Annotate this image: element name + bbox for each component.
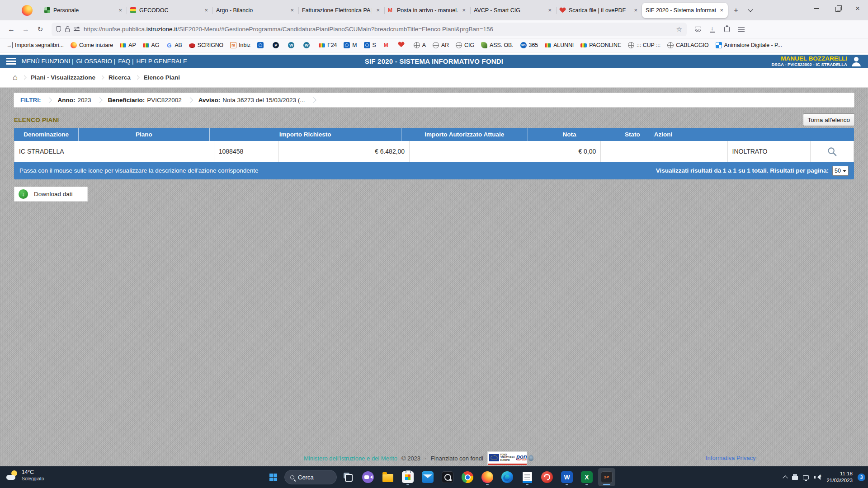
- torna-allelenco-button[interactable]: Torna all'elenco: [803, 113, 855, 126]
- window-minimize-button[interactable]: [806, 0, 826, 17]
- forward-button[interactable]: [19, 23, 33, 36]
- browser-tab[interactable]: SIF 2020 - Sistema Informativo F: [642, 3, 728, 18]
- new-tab-button[interactable]: [730, 4, 742, 17]
- tab-list-dropdown-icon[interactable]: [744, 4, 757, 17]
- bookmark-item[interactable]: AG: [143, 42, 160, 48]
- bookmark-item[interactable]: SCRIGNO: [189, 42, 223, 48]
- bookmark-item[interactable]: F24: [319, 42, 337, 48]
- browser-tab[interactable]: GECODOC: [127, 3, 212, 18]
- reload-button[interactable]: [33, 23, 47, 36]
- tab-close-icon[interactable]: [719, 7, 724, 14]
- extensions-icon[interactable]: [724, 27, 730, 32]
- app-menu-link[interactable]: FAQ: [118, 58, 133, 65]
- back-button[interactable]: [5, 23, 18, 36]
- tab-close-icon[interactable]: [118, 7, 123, 14]
- bookmark-item[interactable]: CABLAGGIO: [667, 42, 708, 48]
- user-info[interactable]: MANUEL BOZZARELLI DSGA - PVIC822002 - IC…: [771, 55, 847, 67]
- bookmark-item[interactable]: AP: [120, 42, 136, 48]
- taskbar-search[interactable]: Cerca: [284, 470, 337, 484]
- network-tray-icon[interactable]: [803, 475, 809, 479]
- bookmark-item[interactable]: [288, 42, 297, 48]
- taskbar-app-icon[interactable]: [519, 468, 536, 486]
- browser-tab[interactable]: AVCP - Smart CIG: [470, 3, 556, 18]
- bookmark-item[interactable]: 365: [520, 42, 538, 48]
- notification-badge[interactable]: 3: [858, 474, 865, 481]
- breadcrumb-item[interactable]: Elenco Piani: [136, 74, 180, 81]
- downloads-icon[interactable]: [709, 26, 716, 33]
- tab-close-icon[interactable]: [289, 7, 295, 14]
- taskbar-app-icon[interactable]: [359, 468, 377, 486]
- taskbar-app-icon[interactable]: [399, 468, 416, 486]
- browser-tab[interactable]: Fatturazione Elettronica PA | Esit: [298, 3, 384, 18]
- menu-hamburger-icon[interactable]: [6, 58, 16, 65]
- download-dati-button[interactable]: Download dati: [14, 187, 88, 202]
- bookmark-item[interactable]: [303, 42, 312, 48]
- bookmark-item[interactable]: AB: [166, 42, 182, 48]
- taskbar-clock[interactable]: 11:18 21/03/2023: [826, 470, 853, 484]
- bookmark-item[interactable]: ASS. OB.: [481, 42, 514, 48]
- app-glyph: [601, 471, 613, 483]
- taskbar-app-icon[interactable]: [479, 468, 496, 486]
- magnifier-action-icon[interactable]: [827, 146, 837, 157]
- bookmark-item[interactable]: Inbiz: [230, 42, 250, 48]
- permissions-icon[interactable]: [74, 27, 80, 31]
- bookmark-item[interactable]: Importa segnalibri...: [6, 42, 64, 48]
- bookmark-item[interactable]: CIG: [456, 42, 474, 48]
- taskbar-app-icon[interactable]: [459, 468, 476, 486]
- tab-close-icon[interactable]: [203, 7, 209, 14]
- lock-icon[interactable]: [65, 28, 70, 32]
- taskbar-app-icon[interactable]: [340, 468, 357, 486]
- browser-tab[interactable]: Argo - Bilancio: [212, 3, 298, 18]
- taskbar-app-icon[interactable]: [578, 468, 595, 486]
- results-per-page-select[interactable]: 50: [832, 166, 849, 176]
- url-bar[interactable]: https://nuofse.pubblica.istruzione.it/SI…: [52, 23, 687, 36]
- bookmark-star-icon[interactable]: [676, 25, 682, 33]
- bookmark-item[interactable]: PAGONLINE: [580, 42, 621, 48]
- browser-tab[interactable]: Personale: [41, 3, 127, 18]
- bookmark-item[interactable]: Animatore Digitale - P...: [716, 42, 782, 48]
- bookmark-item[interactable]: S: [364, 42, 376, 48]
- browser-tab[interactable]: Scarica file | iLovePDF: [556, 3, 642, 18]
- bookmark-item[interactable]: [257, 42, 266, 48]
- ministry-link[interactable]: Ministero dell'Istruzione e del Merito: [304, 455, 397, 462]
- printer-tray-icon[interactable]: [792, 476, 798, 480]
- tab-close-icon[interactable]: [461, 7, 467, 14]
- breadcrumb-item[interactable]: Ricerca: [100, 74, 131, 81]
- taskbar-app-icon[interactable]: [538, 468, 556, 486]
- bookmark-item[interactable]: [273, 42, 281, 48]
- home-icon[interactable]: [13, 73, 18, 82]
- app-menu-link[interactable]: HELP GENERALE: [137, 58, 187, 65]
- volume-muted-icon[interactable]: [814, 474, 821, 480]
- bookmark-item[interactable]: [398, 42, 407, 48]
- taskbar-app-icon[interactable]: [379, 468, 396, 486]
- taskbar-app-icon[interactable]: [419, 468, 436, 486]
- privacy-link[interactable]: Informativa Privacy: [706, 455, 756, 461]
- browser-menu-icon[interactable]: [738, 27, 745, 32]
- weather-widget[interactable]: 14°C Soleggiato: [6, 469, 44, 482]
- start-button[interactable]: [264, 468, 282, 486]
- bookmark-item[interactable]: [383, 42, 392, 48]
- bookmark-item[interactable]: A: [414, 42, 426, 48]
- window-close-button[interactable]: [847, 0, 868, 17]
- taskbar-app-icon[interactable]: [499, 468, 516, 486]
- pocket-icon[interactable]: [695, 27, 701, 32]
- app-menu-link[interactable]: GLOSSARIO: [76, 58, 116, 65]
- taskbar-app-icon[interactable]: [598, 468, 615, 486]
- window-restore-button[interactable]: [826, 0, 847, 17]
- tab-close-icon[interactable]: [633, 7, 638, 14]
- breadcrumb-item[interactable]: Piani - Visualizzazione: [23, 74, 95, 81]
- taskbar-app-icon[interactable]: [558, 468, 576, 486]
- bookmark-item[interactable]: AR: [433, 42, 449, 48]
- bookmark-item[interactable]: M: [344, 42, 357, 48]
- bookmark-item[interactable]: Come iniziare: [71, 42, 113, 48]
- bookmark-item[interactable]: ::: CUP :::: [628, 42, 660, 48]
- tab-close-icon[interactable]: [375, 7, 381, 14]
- user-avatar-icon[interactable]: [851, 56, 862, 66]
- tracking-shield-icon[interactable]: [56, 26, 61, 32]
- app-menu-link[interactable]: MENÙ FUNZIONI: [22, 58, 74, 65]
- browser-tab[interactable]: Posta in arrivo - manuel.bo: [384, 3, 470, 18]
- tray-overflow-icon[interactable]: [783, 475, 788, 480]
- taskbar-app-icon[interactable]: [439, 468, 456, 486]
- bookmark-item[interactable]: ALUNNI: [545, 42, 574, 48]
- tab-close-icon[interactable]: [547, 7, 552, 14]
